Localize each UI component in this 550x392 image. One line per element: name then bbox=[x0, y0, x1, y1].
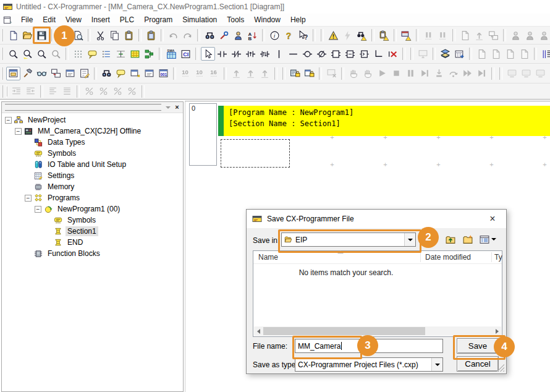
set-password-button[interactable] bbox=[288, 67, 302, 80]
selected-cell[interactable] bbox=[221, 139, 290, 168]
tree-item-programs[interactable]: −Programs bbox=[2, 192, 183, 203]
new-instruction-button[interactable] bbox=[329, 47, 343, 61]
comment-list-button[interactable] bbox=[114, 67, 128, 80]
data-display-button[interactable] bbox=[156, 67, 171, 80]
replace-button[interactable] bbox=[231, 28, 245, 42]
menu-plc[interactable]: PLC bbox=[115, 14, 139, 25]
address-reference-tool-button[interactable] bbox=[217, 28, 231, 42]
horizontal-scrollbar[interactable] bbox=[254, 326, 501, 336]
compile-tool-button[interactable] bbox=[20, 67, 35, 80]
new-window-button[interactable] bbox=[128, 67, 142, 80]
show-io-comments-button[interactable] bbox=[114, 47, 128, 61]
tree-item-section1[interactable]: Section1 bbox=[2, 226, 183, 237]
expand-collapse-toggle[interactable]: − bbox=[25, 195, 32, 202]
tree-item-data-types[interactable]: Data Types bbox=[2, 137, 183, 148]
up-one-level-button[interactable] bbox=[443, 232, 458, 246]
find-button[interactable] bbox=[203, 28, 217, 42]
menu-file[interactable]: File bbox=[16, 14, 38, 25]
tree-item-newprogram1[interactable]: −NewProgram1 (00) bbox=[2, 203, 183, 215]
new-or-closed-contact-button[interactable] bbox=[258, 47, 272, 61]
copy-button[interactable] bbox=[108, 28, 122, 42]
save-button[interactable]: Save bbox=[457, 338, 499, 354]
view-menu-button[interactable] bbox=[478, 232, 497, 246]
scroll-left-arrow[interactable] bbox=[254, 326, 263, 336]
properties-button[interactable] bbox=[77, 67, 91, 80]
toggle-project-workspace-button[interactable] bbox=[6, 67, 20, 80]
zoom-out-button[interactable] bbox=[35, 47, 49, 61]
expand-collapse-toggle[interactable]: − bbox=[35, 206, 41, 213]
show-rung-comments-button[interactable] bbox=[128, 47, 142, 61]
save-as-type-combobox[interactable]: CX-Programmer Project Files (*.cxp) bbox=[295, 357, 443, 372]
new-line-corner-button[interactable] bbox=[371, 47, 386, 61]
address-reference-button[interactable] bbox=[99, 67, 114, 80]
output-window-button[interactable] bbox=[63, 67, 77, 80]
menu-simulation[interactable]: Simulation bbox=[177, 14, 222, 25]
zoom-fit-button[interactable] bbox=[6, 47, 20, 61]
paste-button[interactable] bbox=[122, 28, 136, 42]
paste-program-button[interactable] bbox=[144, 28, 158, 42]
cut-button[interactable] bbox=[93, 28, 108, 42]
symbol-sort-button[interactable] bbox=[245, 28, 260, 42]
watch-window-view-button[interactable] bbox=[35, 67, 49, 80]
scroll-right-arrow[interactable] bbox=[493, 326, 501, 336]
view-symbols-button[interactable] bbox=[179, 47, 193, 61]
cancel-button[interactable]: Cancel bbox=[457, 356, 499, 372]
context-help-button[interactable] bbox=[296, 28, 310, 42]
release-password-button[interactable] bbox=[302, 67, 316, 80]
select-mode-button[interactable] bbox=[201, 47, 215, 61]
tree-item-io-table[interactable]: IO Table and Unit Setup bbox=[2, 159, 183, 170]
about-button[interactable] bbox=[268, 28, 282, 42]
column-name[interactable]: Name bbox=[258, 253, 278, 262]
differential-monitor-button[interactable] bbox=[438, 47, 452, 61]
tree-item-program-symbols[interactable]: Symbols bbox=[2, 215, 183, 226]
tree-item-function-blocks[interactable]: Function Blocks bbox=[2, 248, 183, 259]
save-in-combobox[interactable]: EIP bbox=[281, 232, 416, 247]
workspace-grip[interactable] bbox=[5, 104, 161, 111]
view-mnemonics-button[interactable] bbox=[164, 47, 179, 61]
new-closed-contact-button[interactable] bbox=[229, 47, 243, 61]
column-divider[interactable] bbox=[420, 252, 421, 262]
new-horizontal-line-button[interactable] bbox=[286, 47, 300, 61]
column-date-modified[interactable]: Date modified bbox=[425, 253, 471, 262]
menu-help[interactable]: Help bbox=[286, 14, 311, 25]
new-or-contact-button[interactable] bbox=[243, 47, 258, 61]
tree-item-symbols[interactable]: Symbols bbox=[2, 148, 183, 159]
online-edit-transfer-button[interactable] bbox=[377, 28, 391, 42]
cross-reference-report-button[interactable] bbox=[49, 67, 63, 80]
menu-insert[interactable]: Insert bbox=[87, 14, 115, 25]
show-rung-annotations-button[interactable] bbox=[99, 47, 114, 61]
new-contact-button[interactable] bbox=[215, 47, 229, 61]
tree-item-settings[interactable]: Settings bbox=[2, 170, 183, 181]
tree-item-newproject[interactable]: −NewProject bbox=[2, 114, 183, 126]
workspace-close-button[interactable]: × bbox=[172, 103, 182, 111]
child-window-icon[interactable] bbox=[2, 15, 12, 25]
new-folder-button[interactable] bbox=[460, 232, 475, 246]
data-trace-button[interactable] bbox=[452, 47, 467, 61]
show-section-list-button[interactable] bbox=[142, 47, 156, 61]
new-fb-invocation-button[interactable] bbox=[343, 47, 357, 61]
menu-edit[interactable]: Edit bbox=[38, 14, 61, 25]
save-button[interactable] bbox=[35, 28, 49, 42]
menu-tools[interactable]: Tools bbox=[222, 14, 249, 25]
zoom-in-button[interactable] bbox=[20, 47, 35, 61]
expand-collapse-toggle[interactable]: − bbox=[15, 128, 22, 135]
file-list[interactable]: Name Date modified Ty No items match you… bbox=[253, 250, 502, 337]
transfer-compare-button[interactable] bbox=[399, 28, 413, 42]
io-table-window-button[interactable] bbox=[142, 67, 156, 80]
show-comments-button[interactable] bbox=[85, 47, 99, 61]
new-fb-parameter-button[interactable] bbox=[357, 47, 371, 61]
new-closed-coil-button[interactable] bbox=[315, 47, 329, 61]
menu-program[interactable]: Program bbox=[139, 14, 177, 25]
new-coil-button[interactable] bbox=[300, 47, 315, 61]
scrollbar-thumb[interactable] bbox=[263, 327, 425, 335]
help-topics-button[interactable] bbox=[282, 28, 296, 42]
compile-program-button[interactable] bbox=[326, 28, 341, 42]
watch-window-button[interactable] bbox=[539, 47, 550, 61]
column-divider[interactable] bbox=[491, 252, 492, 262]
new-vertical-line-button[interactable] bbox=[272, 47, 286, 61]
save-as-type-dropdown-button[interactable] bbox=[431, 358, 442, 371]
show-grid-button[interactable] bbox=[71, 47, 85, 61]
workspace-dropdown-button[interactable] bbox=[163, 103, 172, 111]
expand-collapse-toggle[interactable]: − bbox=[5, 117, 12, 124]
tree-item-memory[interactable]: Memory bbox=[2, 181, 183, 192]
